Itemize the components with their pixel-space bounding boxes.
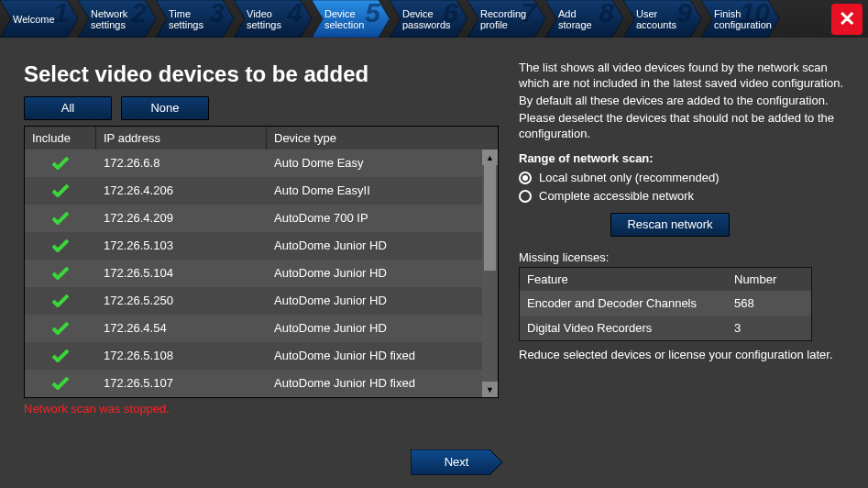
close-button[interactable]: ✕ — [831, 4, 863, 35]
ip-cell: 172.26.4.206 — [96, 177, 267, 205]
step-add-storage[interactable]: 8Add storage — [545, 0, 623, 38]
left-pane: Select video devices to be added All Non… — [0, 38, 502, 488]
lic-col-number: Number — [727, 268, 811, 291]
type-cell: AutoDome 700 IP — [267, 205, 498, 232]
lic-number: 3 — [727, 316, 811, 340]
next-label: Next — [411, 449, 502, 475]
type-cell: Auto Dome Easy — [267, 150, 498, 177]
type-cell: AutoDome Junior HD — [267, 232, 498, 260]
licenses-heading: Missing licenses: — [519, 250, 848, 265]
include-checkbox[interactable] — [25, 370, 96, 397]
lic-number: 568 — [727, 291, 811, 316]
step-label: Time settings — [156, 8, 220, 30]
right-pane: The list shows all video devices found b… — [502, 38, 868, 488]
step-video-settings[interactable]: 4Video settings — [234, 0, 312, 38]
step-welcome[interactable]: 1Welcome — [0, 0, 78, 38]
table-row[interactable]: 172.26.5.103AutoDome Junior HD — [25, 232, 498, 260]
ip-cell: 172.26.4.54 — [96, 315, 267, 342]
ip-cell: 172.26.5.107 — [96, 370, 267, 397]
scrollbar[interactable]: ▲ ▼ — [482, 150, 498, 397]
col-ip[interactable]: IP address — [96, 127, 267, 150]
select-buttons: All None — [24, 96, 502, 120]
include-checkbox[interactable] — [25, 315, 96, 342]
radio-local-subnet[interactable]: Local subnet only (recommended) — [519, 170, 848, 185]
step-label: Video settings — [234, 8, 298, 30]
step-label: Recording profile — [467, 8, 532, 30]
include-checkbox[interactable] — [25, 177, 96, 205]
table-row[interactable]: 172.26.5.107AutoDome Junior HD fixed — [25, 370, 498, 397]
ip-cell: 172.26.5.250 — [96, 287, 267, 315]
type-cell: Auto Dome EasyII — [267, 177, 498, 205]
type-cell: AutoDome Junior HD — [267, 260, 498, 287]
device-table: Include IP address Device type 172.26.6.… — [24, 126, 499, 398]
radio-icon — [519, 190, 532, 203]
licenses-table: Feature Number Encoder and Decoder Chann… — [519, 267, 812, 341]
include-checkbox[interactable] — [25, 260, 96, 287]
lic-feature: Digital Video Recorders — [520, 316, 727, 340]
table-row[interactable]: 172.26.6.8Auto Dome Easy — [25, 150, 498, 177]
table-row[interactable]: 172.26.5.250AutoDome Junior HD — [25, 287, 498, 315]
step-recording-profile[interactable]: 7Recording profile — [467, 0, 545, 38]
type-cell: AutoDome Junior HD — [267, 287, 498, 315]
body: Select video devices to be added All Non… — [0, 38, 868, 488]
lic-header-row: Feature Number — [520, 268, 811, 291]
type-cell: AutoDome Junior HD — [267, 315, 498, 342]
step-label: Add storage — [545, 8, 610, 30]
include-checkbox[interactable] — [25, 342, 96, 370]
lic-feature: Encoder and Decoder Channels — [520, 291, 727, 316]
select-none-button[interactable]: None — [121, 96, 209, 120]
scroll-thumb[interactable] — [484, 165, 496, 271]
next-wrap: Next — [411, 449, 502, 475]
include-checkbox[interactable] — [25, 205, 96, 232]
table-row[interactable]: 172.26.5.104AutoDome Junior HD — [25, 260, 498, 287]
step-finish-configuration[interactable]: 10Finish configuration — [701, 0, 779, 38]
include-checkbox[interactable] — [25, 287, 96, 315]
lic-row: Digital Video Recorders3 — [520, 316, 811, 340]
help-text-3: Please deselect the devices that should … — [519, 110, 848, 141]
wizard-window: 1Welcome2Network settings3Time settings4… — [0, 0, 868, 488]
help-text-2: By default all these devices are added t… — [519, 93, 848, 108]
step-device-passwords[interactable]: 6Device passwords — [390, 0, 467, 38]
step-device-selection[interactable]: 5Device selection — [312, 0, 390, 38]
include-checkbox[interactable] — [25, 232, 96, 260]
lic-row: Encoder and Decoder Channels568 — [520, 291, 811, 316]
step-bar: 1Welcome2Network settings3Time settings4… — [0, 0, 868, 38]
ip-cell: 172.26.5.108 — [96, 342, 267, 370]
table-body: 172.26.6.8Auto Dome Easy172.26.4.206Auto… — [25, 150, 498, 397]
next-button[interactable]: Next — [411, 449, 502, 475]
col-include[interactable]: Include — [25, 127, 96, 150]
table-row[interactable]: 172.26.4.206Auto Dome EasyII — [25, 177, 498, 205]
radio-complete-network[interactable]: Complete accessible network — [519, 188, 848, 204]
ip-cell: 172.26.5.104 — [96, 260, 267, 287]
step-label: Network settings — [78, 8, 142, 30]
lic-body: Encoder and Decoder Channels568Digital V… — [520, 291, 811, 340]
step-time-settings[interactable]: 3Time settings — [156, 0, 234, 38]
step-label: User accounts — [623, 8, 687, 30]
select-all-button[interactable]: All — [24, 96, 112, 120]
table-row[interactable]: 172.26.5.108AutoDome Junior HD fixed — [25, 342, 498, 370]
help-text-1: The list shows all video devices found b… — [519, 60, 848, 91]
type-cell: AutoDome Junior HD fixed — [267, 342, 498, 370]
status-text: Network scan was stopped. — [24, 402, 502, 416]
scan-range-heading: Range of network scan: — [519, 150, 848, 166]
radio-icon — [519, 172, 532, 184]
table-row[interactable]: 172.26.4.209AutoDome 700 IP — [25, 205, 498, 232]
ip-cell: 172.26.6.8 — [96, 150, 267, 177]
scroll-down-icon[interactable]: ▼ — [482, 382, 498, 397]
step-network-settings[interactable]: 2Network settings — [78, 0, 156, 38]
rescan-button[interactable]: Rescan network — [610, 213, 730, 237]
radio-label: Local subnet only (recommended) — [539, 170, 720, 185]
step-user-accounts[interactable]: 9User accounts — [623, 0, 701, 38]
radio-label: Complete accessible network — [539, 188, 694, 204]
table-row[interactable]: 172.26.4.54AutoDome Junior HD — [25, 315, 498, 342]
step-label: Welcome — [0, 14, 64, 25]
step-label: Finish configuration — [701, 8, 765, 30]
scroll-up-icon[interactable]: ▲ — [482, 150, 498, 165]
lic-col-feature: Feature — [520, 268, 727, 291]
col-type[interactable]: Device type — [267, 127, 498, 150]
type-cell: AutoDome Junior HD fixed — [267, 370, 498, 397]
ip-cell: 172.26.4.209 — [96, 205, 267, 232]
table-header: Include IP address Device type — [25, 127, 498, 150]
page-title: Select video devices to be added — [24, 61, 502, 87]
include-checkbox[interactable] — [25, 150, 96, 177]
